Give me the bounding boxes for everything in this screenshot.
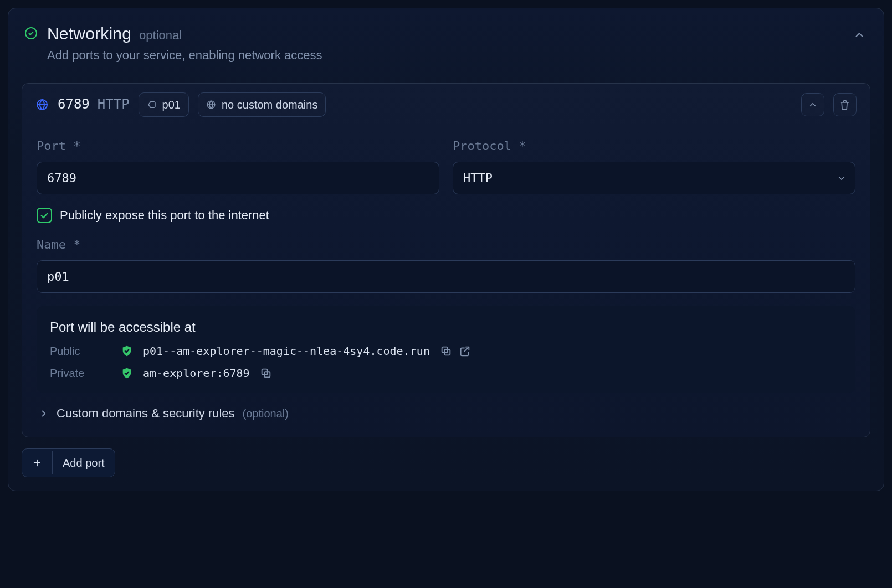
panel-header: Networking optional Add ports to your se… xyxy=(8,8,884,73)
add-port-button[interactable]: Add port xyxy=(22,448,115,477)
access-private-label: Private xyxy=(50,366,111,380)
chevron-right-icon xyxy=(39,409,49,419)
port-input[interactable] xyxy=(37,162,439,194)
access-title: Port will be accessible at xyxy=(50,318,842,336)
name-input[interactable] xyxy=(37,260,855,293)
access-private-url: am-explorer:6789 xyxy=(143,366,250,380)
protocol-label: Protocol * xyxy=(453,138,855,154)
port-protocol: HTTP xyxy=(98,96,130,113)
shield-check-icon xyxy=(121,345,133,357)
port-delete-button[interactable] xyxy=(833,93,857,116)
custom-domains-label: Custom domains & security rules xyxy=(57,406,235,422)
port-name-tag: p01 xyxy=(139,92,189,117)
panel-title-optional: optional xyxy=(139,28,182,44)
port-card: 6789 HTTP p01 no custom domains xyxy=(22,83,870,438)
tag-icon xyxy=(147,100,157,110)
chevron-down-icon xyxy=(837,173,847,183)
access-panel: Port will be accessible at Public p01--a… xyxy=(37,306,855,392)
check-circle-icon xyxy=(24,26,38,40)
custom-domains-toggle[interactable]: Custom domains & security rules (optiona… xyxy=(37,406,855,422)
port-label: Port * xyxy=(37,138,439,154)
protocol-select[interactable] xyxy=(453,162,855,194)
globe-icon xyxy=(35,98,49,111)
plus-icon xyxy=(22,451,53,474)
panel-title: Networking xyxy=(47,23,131,44)
add-port-label: Add port xyxy=(53,449,115,477)
expose-checkbox-row[interactable]: Publicly expose this port to the interne… xyxy=(37,208,855,224)
port-domain-tag: no custom domains xyxy=(198,92,326,117)
globe-icon xyxy=(206,100,216,110)
external-link-icon[interactable] xyxy=(459,345,471,357)
port-domain-tag-label: no custom domains xyxy=(222,97,317,112)
access-public-label: Public xyxy=(50,344,111,358)
custom-domains-optional: (optional) xyxy=(243,406,289,421)
panel-collapse-toggle[interactable] xyxy=(850,26,868,44)
access-public-url: p01--am-explorer--magic--nlea-4sy4.code.… xyxy=(143,344,430,358)
networking-panel: Networking optional Add ports to your se… xyxy=(8,8,884,491)
name-label: Name * xyxy=(37,237,855,253)
access-row-public: Public p01--am-explorer--magic--nlea-4sy… xyxy=(50,344,842,358)
shield-check-icon xyxy=(121,367,133,379)
expose-checkbox[interactable] xyxy=(37,208,52,223)
port-number: 6789 xyxy=(58,96,90,113)
copy-icon[interactable] xyxy=(260,367,272,379)
port-card-header: 6789 HTTP p01 no custom domains xyxy=(22,84,870,126)
expose-checkbox-label: Publicly expose this port to the interne… xyxy=(60,208,269,224)
port-name-tag-label: p01 xyxy=(162,97,181,112)
panel-subtitle: Add ports to your service, enabling netw… xyxy=(47,48,322,64)
copy-icon[interactable] xyxy=(440,345,452,357)
access-row-private: Private am-explorer:6789 xyxy=(50,366,842,380)
port-collapse-button[interactable] xyxy=(801,93,824,116)
